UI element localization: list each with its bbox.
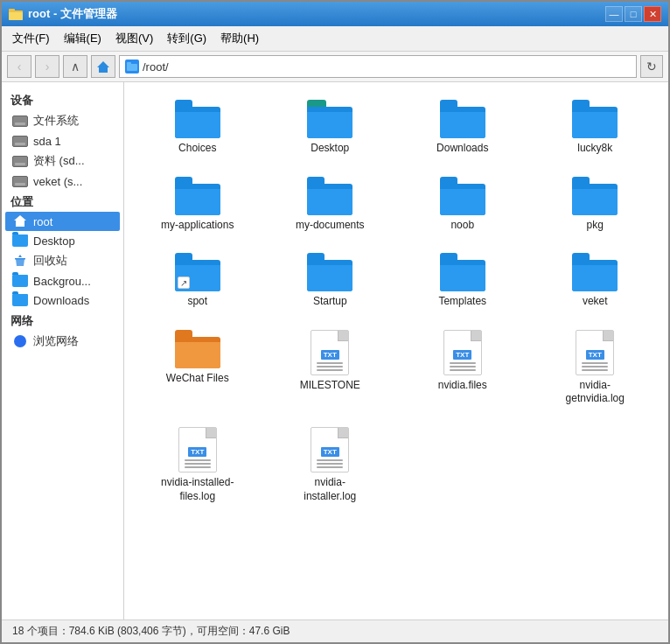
sidebar-section-places: 位置: [5, 191, 120, 212]
file-name-downloads: Downloads: [436, 142, 488, 156]
file-name-startup: Startup: [313, 295, 347, 309]
folder-icon-templates: [440, 253, 485, 291]
file-name-templates: Templates: [438, 295, 486, 309]
sidebar-item-root[interactable]: root: [5, 212, 120, 231]
sidebar-item-label: 资料 (sd...: [33, 153, 85, 169]
file-name-choices: Choices: [178, 142, 216, 156]
sidebar-item-browse-network[interactable]: 浏览网络: [5, 331, 120, 352]
network-icon: [12, 334, 28, 348]
sidebar-item-label: 浏览网络: [33, 333, 79, 349]
file-item-nvidia-installed[interactable]: TXT nvidia-installed-files.log: [135, 420, 261, 510]
statusbar-text: 18 个项目：784.6 KiB (803,406 字节)，可用空间：47.6 …: [12, 625, 290, 637]
close-button[interactable]: ✕: [644, 6, 661, 22]
folder-icon-veket: [572, 253, 618, 291]
window-title: root - 文件管理器: [28, 6, 117, 22]
file-item-desktop[interactable]: Desktop: [268, 93, 394, 163]
file-item-templates[interactable]: Templates: [400, 246, 526, 316]
menubar-item[interactable]: 编辑(E): [57, 28, 108, 49]
file-item-wechat-files[interactable]: WeChat Files: [135, 323, 261, 413]
file-name-nvidia-installer: nvidia-installer.log: [290, 476, 369, 503]
file-item-choices[interactable]: Choices: [135, 93, 261, 163]
txt-icon-nvidia-installer: TXT: [311, 427, 349, 472]
root-icon: [12, 214, 28, 228]
txt-icon-nvidia-getnvidia: TXT: [576, 330, 614, 375]
file-name-pkg: pkg: [587, 219, 604, 233]
window-icon: [9, 7, 23, 21]
title-bar: root - 文件管理器 — □ ✕: [2, 2, 668, 26]
svg-rect-5: [127, 62, 131, 65]
sidebar-item-sda1[interactable]: sda 1: [5, 131, 120, 150]
up-icon: ∧: [71, 60, 80, 74]
sidebar-item-filesystem[interactable]: 文件系统: [5, 110, 120, 131]
file-item-veket[interactable]: veket: [533, 246, 659, 316]
sd-icon: [12, 154, 28, 168]
file-item-startup[interactable]: Startup: [268, 246, 394, 316]
sidebar-section-devices: 设备: [5, 89, 120, 110]
statusbar: 18 个项目：784.6 KiB (803,406 字节)，可用空间：47.6 …: [2, 620, 668, 642]
file-name-wechat: WeChat Files: [166, 372, 229, 386]
toolbar: ‹ › ∧ /root/ ↻: [2, 52, 668, 82]
menubar-item[interactable]: 文件(F): [5, 28, 57, 49]
forward-button[interactable]: ›: [35, 55, 59, 78]
file-item-milestone[interactable]: TXT MILESTONE: [268, 323, 394, 413]
forward-icon: ›: [45, 60, 50, 74]
file-item-nvidia-getnvidia[interactable]: TXT nvidia-getnvidia.log: [533, 323, 659, 413]
folder-icon-noob: [440, 177, 485, 215]
folder-icon-spot: ↗: [175, 253, 220, 291]
address-bar[interactable]: /root/: [119, 55, 637, 78]
title-controls: — □ ✕: [605, 6, 661, 22]
file-name-my-applications: my-applications: [161, 219, 234, 233]
sidebar-item-desktop[interactable]: Desktop: [5, 231, 120, 250]
menubar-item[interactable]: 帮助(H): [213, 28, 266, 49]
sidebar-item-label: veket (s...: [33, 175, 82, 188]
menubar: 文件(F)编辑(E)视图(V)转到(G)帮助(H): [2, 26, 668, 52]
file-item-noob[interactable]: noob: [400, 170, 526, 240]
refresh-button[interactable]: ↻: [640, 55, 663, 78]
file-item-spot[interactable]: ↗ spot: [135, 246, 261, 316]
svg-rect-2: [9, 9, 15, 12]
file-item-nvidia-files[interactable]: TXT nvidia.files: [400, 323, 526, 413]
sidebar-item-veket[interactable]: veket (s...: [5, 172, 120, 191]
folder-icon-downloads: [440, 100, 485, 138]
file-item-nvidia-installer[interactable]: TXT nvidia-installer.log: [268, 420, 394, 510]
back-icon: ‹: [17, 60, 22, 74]
sidebar-item-sd[interactable]: 资料 (sd...: [5, 150, 120, 172]
sidebar-item-label: sda 1: [33, 135, 61, 148]
file-item-downloads[interactable]: Downloads: [400, 93, 526, 163]
file-name-milestone: MILESTONE: [300, 379, 360, 393]
sidebar-item-label: 文件系统: [33, 113, 79, 129]
file-name-veket: veket: [583, 295, 608, 309]
file-item-my-documents[interactable]: my-documents: [268, 170, 394, 240]
maximize-button[interactable]: □: [625, 6, 642, 22]
svg-rect-4: [127, 64, 137, 71]
downloads-folder-icon: [12, 293, 28, 307]
home-button[interactable]: [91, 55, 115, 78]
file-item-lucky8k[interactable]: lucky8k: [533, 93, 659, 163]
sidebar-item-label: root: [33, 215, 52, 228]
filesystem-icon: [12, 114, 28, 128]
file-name-noob: noob: [450, 219, 474, 233]
txt-icon-nvidia-files: TXT: [443, 330, 482, 375]
folder-icon-pkg: [572, 177, 618, 215]
menubar-item[interactable]: 视图(V): [108, 28, 160, 49]
minimize-button[interactable]: —: [605, 6, 623, 22]
file-name-spot: spot: [187, 295, 207, 309]
file-item-pkg[interactable]: pkg: [533, 170, 659, 240]
sidebar-section-network: 网络: [5, 310, 120, 331]
sidebar-item-downloads[interactable]: Downloads: [5, 290, 120, 310]
menubar-item[interactable]: 转到(G): [160, 28, 213, 49]
home-icon: [96, 60, 110, 74]
back-button[interactable]: ‹: [7, 55, 31, 78]
sidebar-item-label: Backgrou...: [33, 275, 91, 288]
sidebar-item-background[interactable]: Backgrou...: [5, 271, 120, 290]
folder-icon-lucky8k: [572, 100, 618, 138]
veket-disk-icon: [12, 174, 28, 188]
up-button[interactable]: ∧: [63, 55, 87, 78]
sidebar-item-recycle[interactable]: 回收站: [5, 250, 120, 271]
folder-icon-desktop: [307, 100, 352, 138]
address-folder-icon: [125, 60, 139, 74]
file-name-nvidia-getnvidia: nvidia-getnvidia.log: [555, 379, 634, 406]
file-item-my-applications[interactable]: my-applications: [135, 170, 261, 240]
desktop-folder-icon: [12, 234, 28, 248]
folder-icon-choices: [175, 100, 220, 138]
